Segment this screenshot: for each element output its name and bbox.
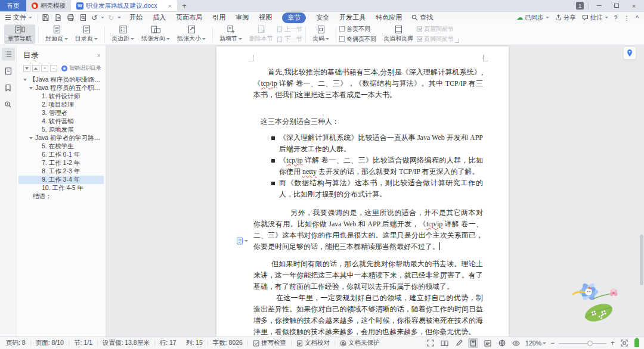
caret-icon[interactable] <box>29 137 33 139</box>
tab-docer-templates[interactable]: 稻壳模板 <box>26 0 71 11</box>
eye-protect-button[interactable] <box>511 338 521 348</box>
caret-icon[interactable] <box>29 87 33 89</box>
toc-item[interactable]: 3. 管理者 <box>18 109 104 117</box>
menu-dev-tools[interactable]: 开发工具 <box>339 13 366 22</box>
spell-check-button[interactable]: 拼写检查 <box>248 339 291 347</box>
status-word-count[interactable]: 字数: 8026 <box>208 339 247 347</box>
toc-item[interactable]: 10. 工作 4-5 年 <box>18 184 104 192</box>
close-window-button[interactable]: × <box>627 1 640 11</box>
close-tab-icon[interactable]: × <box>168 2 172 10</box>
undo-dropdown-icon[interactable] <box>101 17 104 18</box>
toc-item[interactable]: 4. 软件营销 <box>18 117 104 126</box>
new-tab-button[interactable]: + <box>177 0 191 11</box>
menu-start[interactable]: 开始 <box>129 13 143 22</box>
collapse-all-button[interactable] <box>32 65 39 72</box>
bookmark-button[interactable] <box>2 81 15 94</box>
sync-status-button[interactable]: ☁ 已同步 <box>516 14 549 22</box>
print-layout-view-button[interactable] <box>468 338 478 348</box>
find-replace-button[interactable] <box>2 98 15 111</box>
menu-references[interactable]: 引用 <box>212 13 225 22</box>
toc-item[interactable]: 5. 在校学生 <box>18 142 104 151</box>
toc-item[interactable]: 7. 工作 1-2 年 <box>18 159 104 167</box>
menu-special-apps[interactable]: 特色应用 <box>376 13 402 22</box>
smart-toc-button[interactable]: 智能识别目录 <box>61 64 101 72</box>
fullscreen-button[interactable] <box>425 338 435 348</box>
status-line[interactable]: 行: 17 <box>155 339 181 347</box>
diff-first-page-checkbox[interactable]: 首页不同 <box>339 25 376 33</box>
margins-button[interactable]: 页边距 <box>108 24 138 44</box>
new-section-button[interactable]: 新增节 <box>216 24 246 44</box>
minimize-button[interactable] <box>593 1 606 11</box>
status-setting-value[interactable]: 设置值: 13.8厘米 <box>98 339 154 347</box>
file-menu-button[interactable]: 文件 <box>3 13 35 22</box>
two-page-view-button[interactable] <box>439 338 450 348</box>
menu-section-active[interactable]: 章节 <box>282 13 306 23</box>
wps-home-button[interactable]: 首页 <box>0 0 26 11</box>
toc-item[interactable]: 【Java 程序员的职业路线和个人发展 ... <box>18 76 104 84</box>
menu-insert[interactable]: 插入 <box>153 13 166 22</box>
menu-review[interactable]: 审阅 <box>236 13 249 22</box>
tab-document[interactable]: W 职业发展路线及建议.docx × <box>71 0 177 11</box>
export-pdf-button[interactable] <box>54 14 63 22</box>
document-area[interactable]: 首先,我比较推崇的基础书籍有三本,分别是《深入理解计算机系统》,《tcp/ip … <box>107 45 644 336</box>
menu-security[interactable]: 安全 <box>316 13 329 22</box>
navigate-pin-button[interactable] <box>623 46 636 60</box>
diff-odd-even-checkbox[interactable]: 奇偶页不同 <box>339 35 376 43</box>
fit-page-button[interactable] <box>619 338 629 348</box>
section-navigation-button[interactable]: 章节导航 <box>4 24 35 44</box>
zoom-level-button[interactable]: 120% <box>525 339 546 347</box>
ink-annotation-button[interactable] <box>454 338 464 348</box>
message-badge[interactable]: 1 <box>576 2 584 10</box>
zoom-out-level-button[interactable]: − <box>50 65 57 72</box>
toc-item[interactable]: Java 初学者的学习路线建议 <box>18 134 104 142</box>
zoom-in-level-button[interactable]: + <box>41 65 48 72</box>
protection-status-button[interactable]: 文档未保护 <box>335 339 385 347</box>
proofread-button[interactable]: 文档校对 <box>292 339 335 347</box>
toc-page-button[interactable]: 目录页 <box>72 24 101 44</box>
document-text[interactable]: 首先,我比较推崇的基础书籍有三本,分别是《深入理解计算机系统》,《tcp/ip … <box>253 67 483 336</box>
help-button[interactable]: ? <box>614 14 618 21</box>
caret-icon[interactable] <box>23 79 27 81</box>
status-page-of-total[interactable]: 页面: 8/10 <box>31 339 69 347</box>
toc-item[interactable]: 2. 项目经理 <box>18 101 104 109</box>
zoom-slider-thumb[interactable] <box>587 341 593 346</box>
web-layout-view-button[interactable] <box>497 338 507 348</box>
undo-button[interactable]: ↺ <box>91 14 97 21</box>
maximize-button[interactable] <box>610 1 623 11</box>
print-button[interactable] <box>66 14 75 22</box>
share-button[interactable]: 分享 <box>555 14 576 22</box>
menu-page-layout[interactable]: 页面布局 <box>176 13 202 22</box>
menu-view[interactable]: 视图 <box>259 13 272 22</box>
page-number-button[interactable]: 页码 <box>309 24 333 44</box>
toolbar-customize-icon[interactable] <box>117 17 121 18</box>
outline-view-button[interactable] <box>482 338 493 348</box>
vertical-scrollbar[interactable] <box>639 45 643 336</box>
expand-all-button[interactable] <box>23 65 30 72</box>
paragraph-tool-button[interactable] <box>236 237 248 245</box>
header-footer-button[interactable]: 页眉和页脚 <box>380 24 417 44</box>
print-preview-button[interactable] <box>79 14 88 22</box>
scrollbar-thumb[interactable] <box>640 235 643 285</box>
zoom-in-button[interactable]: + <box>611 339 615 347</box>
paper-orientation-button[interactable]: 纸张方向 <box>138 24 174 44</box>
find-button[interactable]: 查找 <box>411 13 433 22</box>
save-button[interactable] <box>41 14 50 22</box>
paper-size-button[interactable]: 纸张大小 <box>174 24 209 44</box>
document-page[interactable]: 首先,我比较推崇的基础书籍有三本,分别是《深入理解计算机系统》,《tcp/ip … <box>216 46 509 336</box>
toc-item-selected[interactable]: 9. 工作 3-4 年 <box>18 176 104 184</box>
toc-item[interactable]: 8. 工作 2-3 年 <box>18 167 104 176</box>
comment-button[interactable]: 批注 <box>582 14 608 22</box>
toc-item[interactable]: 结语： <box>18 192 104 201</box>
status-section[interactable]: 节: 1/1 <box>69 339 97 347</box>
dialog-launcher-icon[interactable] <box>455 39 459 43</box>
toc-panel-button[interactable] <box>2 48 15 61</box>
toc-item[interactable]: Java 程序员的五个职业发展方向 <box>18 84 104 92</box>
toc-item[interactable]: 6. 工作 0-1 年 <box>18 151 104 159</box>
cover-page-button[interactable]: 封面页 <box>42 24 72 44</box>
page-thumbnails-button[interactable] <box>2 64 15 77</box>
zoom-slider[interactable] <box>559 343 606 344</box>
redo-button[interactable]: ↻ <box>108 14 114 21</box>
status-page-number[interactable]: 页码: 8 <box>5 339 30 347</box>
toc-item[interactable]: 5. 原地发展 <box>18 126 104 134</box>
toc-item[interactable]: 1. 软件设计师 <box>18 92 104 101</box>
